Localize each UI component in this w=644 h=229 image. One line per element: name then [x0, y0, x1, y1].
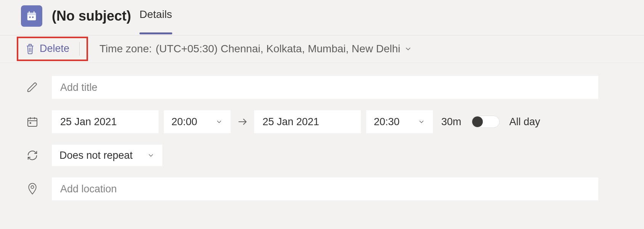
end-time-field[interactable]: 20:30: [366, 110, 433, 133]
datetime-row: 25 Jan 2021 20:00 25 Jan 2021 20:30 30m: [25, 110, 598, 133]
timezone-value: (UTC+05:30) Chennai, Kolkata, Mumbai, Ne…: [156, 43, 400, 55]
toolbar-divider: [79, 42, 80, 56]
pencil-icon: [25, 82, 40, 93]
title-input[interactable]: [52, 76, 598, 99]
repeat-value: Does not repeat: [59, 150, 133, 161]
svg-point-14: [31, 186, 34, 189]
event-form: 25 Jan 2021 20:00 25 Jan 2021 20:30 30m: [0, 63, 644, 200]
svg-rect-1: [27, 13, 36, 15]
calendar-icon: [25, 116, 40, 128]
toolbar: Delete Time zone: (UTC+05:30) Chennai, K…: [0, 35, 644, 63]
tab-details[interactable]: Details: [139, 6, 172, 26]
start-date-field[interactable]: 25 Jan 2021: [52, 110, 159, 133]
delete-highlight-box: Delete: [17, 37, 88, 61]
svg-rect-12: [30, 122, 31, 124]
location-icon: [25, 182, 40, 195]
repeat-dropdown[interactable]: Does not repeat: [52, 145, 162, 166]
all-day-toggle[interactable]: [471, 116, 500, 128]
svg-rect-8: [28, 118, 37, 126]
delete-label: Delete: [40, 43, 69, 55]
end-time-value: 20:30: [374, 116, 400, 128]
timezone-label: Time zone:: [99, 43, 152, 55]
delete-button[interactable]: Delete: [25, 43, 69, 55]
toggle-knob: [472, 116, 483, 127]
chevron-down-icon: [418, 118, 425, 126]
location-input[interactable]: [52, 177, 598, 200]
end-date-value: 25 Jan 2021: [263, 116, 319, 128]
svg-rect-4: [29, 11, 30, 14]
trash-icon: [25, 43, 35, 55]
duration-label: 30m: [441, 116, 461, 128]
calendar-app-icon: [21, 5, 42, 27]
svg-rect-2: [29, 16, 31, 18]
start-time-field[interactable]: 20:00: [164, 110, 231, 133]
svg-rect-3: [32, 16, 34, 18]
arrow-right-icon: [236, 116, 249, 127]
chevron-down-icon: [147, 152, 155, 159]
title-row: [25, 76, 598, 99]
end-date-field[interactable]: 25 Jan 2021: [254, 110, 361, 133]
timezone-dropdown[interactable]: Time zone: (UTC+05:30) Chennai, Kolkata,…: [99, 43, 412, 55]
header-bar: (No subject) Details: [0, 0, 644, 35]
repeat-row: Does not repeat: [25, 145, 598, 166]
repeat-icon: [25, 150, 40, 161]
chevron-down-icon: [404, 45, 412, 53]
start-date-value: 25 Jan 2021: [60, 116, 117, 128]
chevron-down-icon: [215, 118, 223, 126]
all-day-label: All day: [509, 116, 540, 128]
location-row: [25, 177, 598, 200]
svg-rect-5: [34, 11, 35, 14]
start-time-value: 20:00: [171, 116, 197, 128]
page-title: (No subject): [52, 8, 131, 24]
